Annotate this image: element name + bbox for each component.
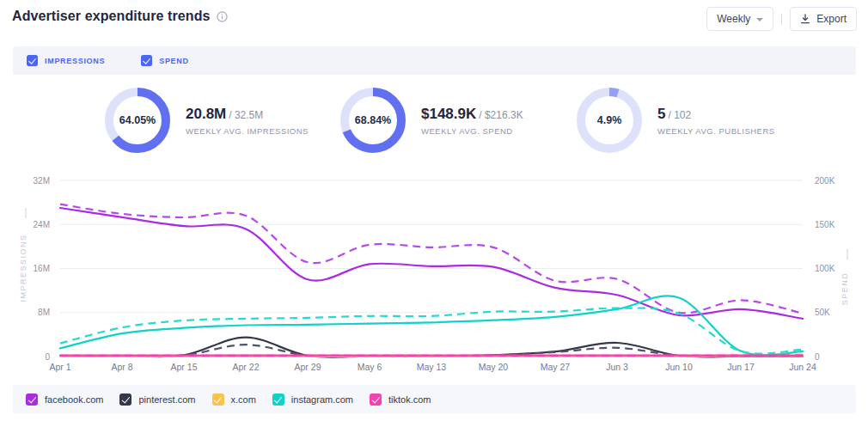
legend-item-x[interactable]: x.com xyxy=(212,394,256,406)
x-axis-label: Jun 17 xyxy=(727,362,755,372)
left-axis-tick: 0 xyxy=(45,352,50,362)
page-title-text: Advertiser expenditure trends xyxy=(12,9,211,24)
kpi-publishers-label: WEEKLY AVG. PUBLISHERS xyxy=(657,126,775,136)
x-axis-label: Apr 15 xyxy=(171,362,198,372)
left-axis-tick: 24M xyxy=(34,220,50,229)
chevron-down-icon xyxy=(756,18,763,21)
filter-item-spend[interactable]: SPEND xyxy=(141,55,189,66)
instagram-legend-label: instagram.com xyxy=(291,394,353,405)
x-legend-checkbox[interactable] xyxy=(212,394,224,406)
tiktok-legend-checkbox[interactable] xyxy=(370,394,382,406)
right-axis-tick: 0 xyxy=(815,352,820,362)
impressions-donut-percent: 64.05% xyxy=(103,86,172,155)
spend-filter-label: SPEND xyxy=(159,57,189,65)
right-axis-tick: 50K xyxy=(815,308,830,317)
kpi-weekly-avg-impressions: 64.05% 20.8M/ 32.5M WEEKLY AVG. IMPRESSI… xyxy=(103,86,309,155)
kpi-impressions-total: / 32.5M xyxy=(229,109,263,121)
pinterest-legend-label: pinterest.com xyxy=(138,394,195,405)
right-axis-title: SPEND xyxy=(840,272,849,306)
header-controls: Weekly Export xyxy=(706,7,857,31)
legend-item-instagram[interactable]: instagram.com xyxy=(272,394,353,406)
export-button-label: Export xyxy=(816,13,847,25)
left-axis-title: IMPRESSIONS xyxy=(19,234,28,302)
x-axis-label: Jun 10 xyxy=(665,362,693,372)
left-axis-tick: 32M xyxy=(34,176,50,186)
kpi-spend-value: $148.9K xyxy=(421,106,476,122)
left-axis-tick: 8M xyxy=(38,308,50,317)
x-axis-label: May 13 xyxy=(417,362,447,372)
instagram.com-impressions-line xyxy=(60,296,803,355)
kpi-impressions-label: WEEKLY AVG. IMPRESSIONS xyxy=(186,126,309,136)
tiktok-legend-label: tiktok.com xyxy=(388,394,431,405)
impressions-filter-label: IMPRESSIONS xyxy=(45,57,105,65)
period-dropdown-value: Weekly xyxy=(717,13,750,25)
left-axis-tick: 16M xyxy=(34,264,50,273)
pinterest.com-impressions-line xyxy=(60,338,803,357)
right-axis-tick: 150K xyxy=(815,220,835,229)
instagram-legend-checkbox[interactable] xyxy=(272,394,284,406)
metric-filter-bar: IMPRESSIONS SPEND xyxy=(13,46,856,75)
advertiser-expenditure-trends-panel: Advertiser expenditure trends Weekly Exp… xyxy=(0,0,868,421)
facebook-legend-label: facebook.com xyxy=(45,394,103,405)
kpi-weekly-avg-spend: 68.84% $148.9K/ $216.3K WEEKLY AVG. SPEN… xyxy=(339,86,523,155)
legend-item-tiktok[interactable]: tiktok.com xyxy=(370,394,431,406)
x-axis-label: Jun 24 xyxy=(789,362,816,372)
facebook-legend-checkbox[interactable] xyxy=(26,394,38,406)
spend-donut-percent: 68.84% xyxy=(339,86,407,155)
x-axis-label: May 20 xyxy=(479,362,509,372)
kpi-weekly-avg-publishers: 4.9% 5/ 102 WEEKLY AVG. PUBLISHERS xyxy=(575,86,775,155)
kpi-impressions-value: 20.8M xyxy=(186,106,226,122)
pinterest-legend-checkbox[interactable] xyxy=(119,394,131,406)
x-axis-label: Apr 22 xyxy=(233,362,260,372)
right-axis-tick: 100K xyxy=(815,264,835,273)
period-dropdown[interactable]: Weekly xyxy=(706,7,773,31)
x-axis-label: Apr 29 xyxy=(295,362,321,372)
legend-bar: facebook.com pinterest.com x.com instagr… xyxy=(13,385,856,413)
x-axis-label: Apr 8 xyxy=(111,362,132,372)
controls-divider xyxy=(781,14,782,25)
kpi-spend-label: WEEKLY AVG. SPEND xyxy=(421,126,523,136)
spend-checkbox[interactable] xyxy=(141,55,152,66)
x-axis-label: May 6 xyxy=(358,362,382,372)
publishers-donut-percent: 4.9% xyxy=(575,86,644,155)
x-axis-label: May 27 xyxy=(541,362,571,372)
legend-item-pinterest[interactable]: pinterest.com xyxy=(119,394,195,406)
x-axis-label: Jun 3 xyxy=(606,362,628,372)
kpi-spend-total: / $216.3K xyxy=(479,109,523,121)
impressions-donut-chart: 64.05% xyxy=(103,86,172,155)
info-icon[interactable] xyxy=(217,11,228,22)
spend-donut-chart: 68.84% xyxy=(339,86,407,155)
x-axis-label: Apr 1 xyxy=(49,362,70,372)
kpi-publishers-value: 5 xyxy=(657,106,665,122)
kpi-publishers-total: / 102 xyxy=(668,109,691,121)
download-icon xyxy=(800,14,810,24)
export-button[interactable]: Export xyxy=(790,7,857,31)
expenditure-trends-chart[interactable]: 32M200K24M150K16M100K8M50K00Apr 1Apr 8Ap… xyxy=(0,163,868,380)
x-legend-label: x.com xyxy=(231,394,256,405)
legend-item-facebook[interactable]: facebook.com xyxy=(26,394,103,406)
right-axis-tick: 200K xyxy=(815,176,835,186)
facebook.com-spend-line xyxy=(60,204,803,314)
publishers-donut-chart: 4.9% xyxy=(575,86,644,155)
filter-item-impressions[interactable]: IMPRESSIONS xyxy=(27,55,105,66)
impressions-checkbox[interactable] xyxy=(27,55,38,66)
page-title: Advertiser expenditure trends xyxy=(12,9,228,24)
